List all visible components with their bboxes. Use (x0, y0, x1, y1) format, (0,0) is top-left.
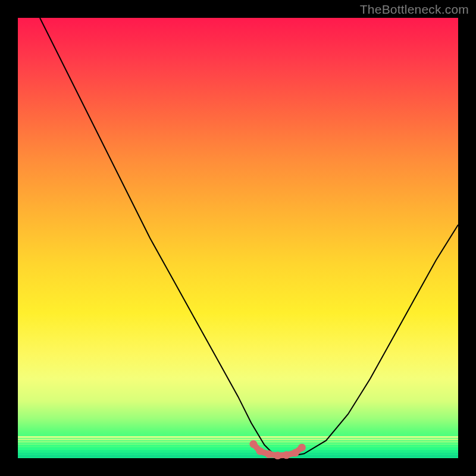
optimal-marker-dot (274, 452, 281, 459)
curve-layer (18, 18, 458, 458)
optimal-marker-dot (265, 450, 273, 458)
chart-frame: TheBottleneck.com (0, 0, 476, 476)
curve-line (40, 18, 458, 456)
watermark-text: TheBottleneck.com (360, 2, 469, 17)
optimal-marker-dot (283, 451, 290, 459)
plot-area (18, 18, 458, 458)
bottleneck-curve (40, 18, 458, 456)
optimal-marker-dot (249, 440, 257, 448)
optimal-zone-markers (249, 440, 305, 459)
optimal-marker-dot (256, 447, 264, 455)
optimal-marker-dot (298, 444, 306, 452)
optimal-marker-dot (292, 449, 299, 457)
